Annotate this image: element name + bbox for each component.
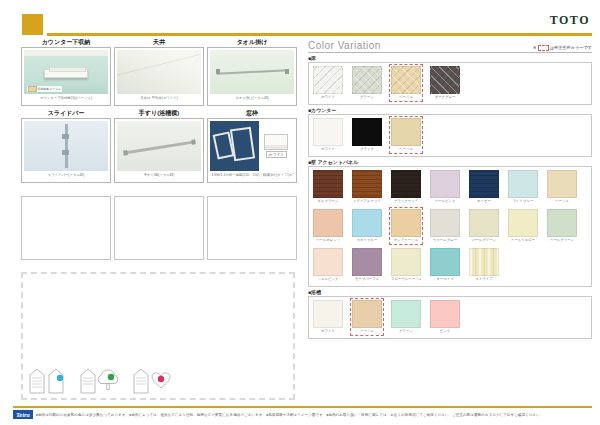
swatch-chip [352, 248, 382, 276]
color-swatch: ホワイト [311, 116, 345, 154]
slider-knob [62, 134, 69, 139]
certification-pictograms [29, 368, 175, 394]
grab-bar-photo [117, 121, 201, 171]
swatch-chip [469, 248, 499, 276]
swatch-label: ホワイト [313, 94, 343, 100]
color-swatch: グリーン [350, 64, 384, 102]
product-row-2: スライドバースライドバー(メタル調)手すり(浴槽横)手すりI型(メタル調)窓枠ホ… [21, 109, 297, 183]
color-swatch: スカイブルー [350, 207, 384, 245]
section-swatch-box: ホワイトグリーンベージュダークグレー [308, 62, 592, 105]
swatch-row: ホワイトグリーンベージュダークグレー [311, 64, 589, 102]
swatch-chip [391, 209, 421, 237]
bar-end-cap [285, 69, 289, 74]
product-title: 手すり(浴槽横) [114, 109, 204, 118]
swatch-chip [469, 209, 499, 237]
product-title: タオル掛け [207, 38, 297, 47]
section-swatch-box: ホワイトブラックベージュ [308, 114, 592, 157]
storage-shelf [44, 69, 88, 78]
tag-mark-icon [29, 368, 69, 394]
swatch-label: ベージュ [391, 146, 421, 152]
frame-color-swatch: ホワイト [259, 121, 294, 171]
heart-mark-icon [133, 368, 175, 394]
swatch-label: ネイビー [469, 198, 499, 204]
swatch-chip [430, 300, 460, 328]
empty-placeholder-box [21, 196, 111, 260]
product-photo-box: スライドバー(メタル調) [21, 118, 111, 183]
swatch-label: ベージュ [352, 328, 382, 334]
section-label: ■床 [308, 55, 592, 61]
swatch-chip [313, 300, 343, 328]
footer-logo: Tetra [13, 410, 33, 419]
color-swatch: フローラルベージュ [389, 246, 423, 284]
swatch-chip [391, 118, 421, 146]
swatch-chip [430, 170, 460, 198]
tree-mark-icon [80, 368, 122, 394]
color-variation-title: Color Variation [308, 40, 381, 51]
swatch-chip [313, 209, 343, 237]
product-title: スライドバー [21, 109, 111, 118]
bar-end-cap [216, 69, 220, 74]
footer: Tetra ●商品は印刷のため実際の色とは多少異なっております。●商品によっては… [13, 410, 592, 419]
product-card: タオル掛けタオル掛け(メタル調) [207, 38, 297, 106]
window-frame-photo: ホワイト [210, 121, 294, 171]
swatch-label: ベージュ [547, 198, 577, 204]
made-to-order-note: ※は受注生産カラーです [533, 45, 592, 51]
product-card: カウンター下収納収納棚色 ベージュカウンター下収納棚2段(ベージュ) [21, 38, 111, 106]
swatch-label: ピンク [430, 328, 460, 334]
product-photo-box: 天井は 平天井(ホワイト) [114, 47, 204, 106]
color-swatch: グリーン [389, 298, 423, 336]
toto-logo: TOTO [550, 13, 590, 28]
product-photo-box: 手すりI型(メタル調) [114, 118, 204, 183]
product-card: 天井天井は 平天井(ホワイト) [114, 38, 204, 106]
swatch-label: ライトブルー [508, 198, 538, 204]
color-swatch: ブラック [350, 116, 384, 154]
swatch-label: ペールピンク [430, 198, 460, 204]
notes-box [21, 272, 295, 400]
towel-bar-shape [217, 69, 288, 75]
color-swatch: ライトブルー [506, 168, 540, 206]
swatch-row: ホワイトブラックベージュ [311, 116, 589, 154]
product-photo-box: ホワイト【窓枠】4方枠一体型(130・150)・額縁(4方)タイプ(ホワイト) [207, 118, 297, 183]
product-title: 窓枠 [207, 109, 297, 118]
swatch-chip [391, 300, 421, 328]
color-swatch: ベージュ [350, 298, 384, 336]
color-variation-header: Color Variation ※は受注生産カラーです [308, 38, 592, 53]
swatch-chip [352, 300, 382, 328]
color-swatch: ベージュ [389, 116, 423, 154]
color-swatch: ブラックウッド [389, 168, 423, 206]
swatch-chip [352, 118, 382, 146]
section-label: ■壁 アクセントパネル [308, 159, 592, 165]
slider-knob [62, 150, 69, 155]
swatch-chip [313, 170, 343, 198]
swatch-row: ダルブラウンミディアムウッドブラックウッドペールピンクネイビーライトブルーベージ… [311, 168, 589, 206]
swatch-chip [391, 170, 421, 198]
product-title: 天井 [114, 38, 204, 47]
product-caption: 【窓枠】4方枠一体型(130・150)・額縁(4方)タイプ(ホワイト) [210, 171, 294, 180]
slide-bar-photo [24, 121, 108, 171]
brand-square-mark [22, 14, 43, 35]
product-caption: タオル掛け(メタル調) [210, 94, 294, 103]
swatch-chip [391, 66, 421, 94]
swatch-chip [352, 209, 382, 237]
swatch-chip [430, 66, 460, 94]
swatch-chip [352, 66, 382, 94]
product-photo-box: 収納棚色 ベージュカウンター下収納棚2段(ベージュ) [21, 47, 111, 106]
swatch-label: ホワイト [313, 146, 343, 152]
slide-bar-shape [65, 124, 68, 168]
swatch-row: シェルピンクモーブパープルフローラルベージュターコイズストライプ [311, 246, 589, 284]
swatch-label: グリーン [352, 94, 382, 100]
swatch-chip [313, 66, 343, 94]
swatch-label: ペールオレンジ [313, 237, 343, 243]
swatch-chip [508, 170, 538, 198]
window-frame-photo [210, 121, 259, 171]
product-caption: スライドバー(メタル調) [24, 171, 108, 180]
swatch-label: シェルピンク [313, 276, 343, 282]
swatch-label: ブラックウッド [391, 198, 421, 204]
product-photo-box: タオル掛け(メタル調) [207, 47, 297, 106]
towel-bar-photo [210, 50, 294, 94]
swatch-chip [430, 209, 460, 237]
shelf-color-legend: 収納棚色 ベージュ [27, 86, 62, 92]
product-row-1: カウンター下収納収納棚色 ベージュカウンター下収納棚2段(ベージュ)天井天井は … [21, 38, 297, 106]
color-sections: ■床ホワイトグリーンベージュダークグレー■カウンターホワイトブラックベージュ■壁… [308, 55, 592, 339]
swatch-label: グリーン [391, 328, 421, 334]
